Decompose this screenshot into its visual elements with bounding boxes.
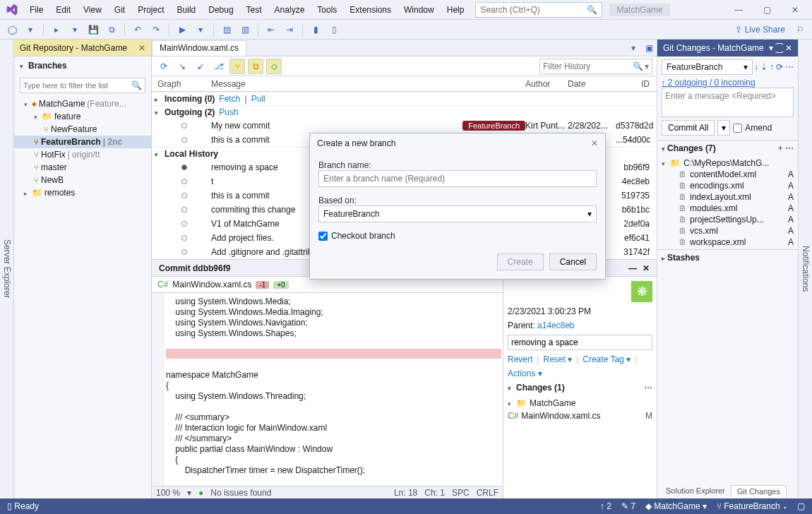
stashes-section[interactable]: Stashes (657, 249, 798, 265)
fetch-icon[interactable]: ↘ (174, 59, 190, 74)
uncomment-icon[interactable]: ▯ (326, 22, 342, 37)
based-on-dropdown[interactable]: FeatureBranch▾ (318, 205, 597, 222)
diff-code[interactable]: using System.Windows.Media; using System… (152, 293, 503, 486)
menu-test[interactable]: Test (241, 2, 268, 18)
changed-file[interactable]: 🗎encodings.xmlA (662, 180, 794, 191)
minimize-icon[interactable]: — (628, 263, 637, 273)
solution-explorer-tab[interactable]: Solution Explorer (660, 485, 731, 496)
branch-node[interactable]: ⑂NewFeature (14, 123, 151, 136)
menu-build[interactable]: Build (172, 2, 202, 18)
commit-all-dd[interactable]: ▾ (717, 120, 730, 136)
save-all-icon[interactable]: ⧉ (104, 22, 119, 37)
commit-action-link[interactable]: Reset ▾ (543, 354, 572, 364)
menu-view[interactable]: View (78, 2, 107, 18)
nav-back-icon[interactable]: ◯ (4, 22, 20, 37)
create-button[interactable]: Create (497, 253, 544, 270)
changed-file[interactable]: 🗎indexLayout.xmlA (662, 191, 794, 203)
push-link[interactable]: Push (219, 107, 238, 117)
tool2-icon[interactable]: ▥ (237, 22, 253, 37)
pull-icon[interactable]: ↙ (193, 59, 208, 74)
git-repo-panel-tab[interactable]: Git Repository - MatchGame ✕ (14, 40, 151, 56)
close-button[interactable]: ✕ (781, 1, 809, 18)
checkout-checkbox[interactable] (318, 232, 328, 241)
config-icon[interactable]: ▾ (193, 22, 208, 37)
dialog-close-icon[interactable]: ✕ (591, 138, 598, 148)
current-branch-dd[interactable]: FeatureBranch▾ (662, 59, 753, 75)
undo-icon[interactable]: ↶ (130, 22, 145, 37)
comment-icon[interactable]: ▮ (308, 22, 323, 37)
commit-action-link[interactable]: Revert (508, 354, 532, 364)
new-item-icon[interactable]: ▸ (49, 22, 64, 37)
branch-node[interactable]: 📁feature (14, 110, 151, 123)
fetch-link[interactable]: Fetch (219, 94, 240, 104)
commit-changes-head[interactable]: Changes (1) ⋯ (508, 383, 652, 393)
doc-tab[interactable]: MainWindow.xaml.cs (152, 40, 246, 56)
fetch-icon[interactable]: ↓ (754, 62, 758, 72)
redo-icon[interactable]: ↷ (148, 22, 164, 37)
commit-action-link[interactable]: Create Tag ▾ (583, 354, 631, 364)
branch-view-icon[interactable]: ⑂ (229, 59, 245, 74)
history-filter[interactable]: 🔍▾ (539, 59, 652, 74)
feedback-icon[interactable]: ⚐ (792, 22, 808, 37)
graph-icon[interactable]: ⎇ (211, 59, 227, 74)
save-icon[interactable]: 💾 (85, 22, 101, 37)
menu-help[interactable]: Help (441, 2, 470, 18)
menu-window[interactable]: Window (398, 2, 440, 18)
branch-filter-input[interactable] (23, 81, 131, 90)
git-changes-panel-tab[interactable]: Git Changes - MatchGame ▾ ⁐ ✕ (657, 40, 798, 56)
changed-file[interactable]: 🗎projectSettingsUp...A (662, 214, 794, 225)
commit-action-link[interactable]: Actions ▾ (508, 369, 542, 378)
sync-icon[interactable]: ⟳ (776, 62, 783, 72)
toolbox-tab[interactable]: Toolbox (0, 247, 1, 290)
pull-icon[interactable]: ⇣ (760, 62, 768, 72)
branch-node[interactable]: ⑂NewB (14, 174, 151, 186)
changed-file[interactable]: 🗎modules.xmlA (662, 203, 794, 214)
maximize-button[interactable]: ▢ (753, 1, 781, 18)
doc-dd-icon[interactable]: ▾ (626, 40, 641, 56)
pull-link[interactable]: Pull (251, 94, 265, 104)
status-branch[interactable]: ⑂ FeatureBranch ▾ (717, 501, 787, 511)
changed-file[interactable]: 🗎workspace.xmlA (662, 237, 794, 248)
live-share-button[interactable]: ⇪ Live Share (731, 25, 789, 35)
tool-icon[interactable]: ▤ (219, 22, 234, 37)
branch-filter[interactable]: 🔍 (20, 78, 145, 93)
search-input[interactable] (480, 5, 587, 15)
amend-checkbox[interactable] (733, 124, 742, 133)
outgoing-count[interactable]: ↑ 2 (600, 501, 611, 511)
minimize-button[interactable]: — (724, 1, 753, 18)
branch-node[interactable]: ⑂FeatureBranch | 2nc (14, 136, 151, 148)
close-icon[interactable]: ✕ (138, 43, 145, 53)
outgoing-section[interactable]: Outgoing (2) Push (152, 105, 657, 119)
menu-analyze[interactable]: Analyze (269, 2, 311, 18)
open-icon[interactable]: ▾ (67, 22, 83, 37)
parent-link[interactable]: a14ec8eb (537, 321, 575, 330)
more-icon[interactable]: ⋯ (785, 62, 794, 72)
nav-dd-icon[interactable]: ▾ (23, 22, 38, 37)
branch-node[interactable]: ⑂HotFix | origin/tt (14, 148, 151, 161)
notifications-tab[interactable]: Notifications (799, 239, 812, 299)
sync-link[interactable]: ↑ 2 outgoing / 0 incoming (657, 78, 798, 88)
start-icon[interactable]: ▶ (174, 22, 190, 37)
doc-pin-icon[interactable]: ▣ (641, 40, 657, 56)
git-changes-tab[interactable]: Git Changes (731, 485, 787, 497)
status-repo[interactable]: ◆ MatchGame ▾ (645, 501, 707, 511)
close-icon[interactable]: ✕ (643, 263, 650, 273)
compare-icon[interactable]: ⧉ (248, 59, 263, 74)
menu-tools[interactable]: Tools (311, 2, 342, 18)
commit-message-box[interactable]: Enter a message <Required> (662, 88, 794, 117)
refresh-icon[interactable]: ⟳ (156, 59, 172, 74)
menu-project[interactable]: Project (132, 2, 169, 18)
server-explorer-tab[interactable]: Server Explorer (1, 232, 13, 305)
commit-all-button[interactable]: Commit All (662, 120, 715, 136)
search-box[interactable]: 🔍 (475, 2, 602, 18)
history-filter-input[interactable] (543, 61, 633, 71)
branch-node[interactable]: ⑂master (14, 161, 151, 174)
history-row[interactable]: My new commitFeatureBranchKirt Punt...2/… (152, 119, 657, 133)
branch-node[interactable]: 📁remotes (14, 186, 151, 199)
menu-git[interactable]: Git (109, 2, 131, 18)
tag-icon[interactable]: ◇ (266, 59, 282, 74)
status-bell-icon[interactable]: ▢ (797, 501, 805, 511)
cancel-button[interactable]: Cancel (549, 253, 597, 270)
branches-section[interactable]: Branches (14, 56, 151, 75)
commit-message-input[interactable] (508, 335, 652, 350)
